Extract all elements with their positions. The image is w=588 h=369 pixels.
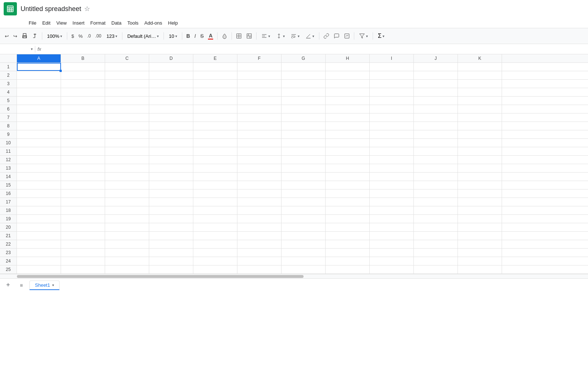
cell-H3[interactable] bbox=[326, 80, 370, 88]
cell-E21[interactable] bbox=[193, 232, 237, 240]
percent-button[interactable]: % bbox=[76, 32, 85, 40]
strikethrough-button[interactable]: S bbox=[198, 32, 205, 40]
cell-C18[interactable] bbox=[105, 206, 149, 214]
cell-K22[interactable] bbox=[458, 240, 502, 248]
cell-J5[interactable] bbox=[414, 97, 458, 105]
cell-J10[interactable] bbox=[414, 139, 458, 147]
cell-I14[interactable] bbox=[370, 173, 414, 181]
cell-B22[interactable] bbox=[61, 240, 105, 248]
cell-B2[interactable] bbox=[61, 71, 105, 79]
cell-F5[interactable] bbox=[237, 97, 282, 105]
cell-C23[interactable] bbox=[105, 249, 149, 257]
cell-K3[interactable] bbox=[458, 80, 502, 88]
cell-K25[interactable] bbox=[458, 265, 502, 274]
cell-H11[interactable] bbox=[326, 147, 370, 155]
cell-F14[interactable] bbox=[237, 173, 282, 181]
cell-C8[interactable] bbox=[105, 122, 149, 130]
document-title[interactable]: Untitled spreadsheet bbox=[21, 5, 81, 13]
cell-I15[interactable] bbox=[370, 181, 414, 189]
cell-B10[interactable] bbox=[61, 139, 105, 147]
cell-H10[interactable] bbox=[326, 139, 370, 147]
redo-button[interactable]: ↪ bbox=[11, 32, 19, 40]
cell-A9[interactable] bbox=[17, 130, 61, 138]
cell-J16[interactable] bbox=[414, 189, 458, 198]
cell-D22[interactable] bbox=[149, 240, 193, 248]
cell-G22[interactable] bbox=[282, 240, 326, 248]
cell-E4[interactable] bbox=[193, 88, 237, 96]
italic-button[interactable]: I bbox=[193, 32, 198, 40]
cell-D24[interactable] bbox=[149, 257, 193, 265]
cell-E3[interactable] bbox=[193, 80, 237, 88]
cell-G23[interactable] bbox=[282, 249, 326, 257]
cell-C4[interactable] bbox=[105, 88, 149, 96]
cell-C3[interactable] bbox=[105, 80, 149, 88]
cell-B14[interactable] bbox=[61, 173, 105, 181]
cell-K11[interactable] bbox=[458, 147, 502, 155]
cell-J15[interactable] bbox=[414, 181, 458, 189]
cell-G20[interactable] bbox=[282, 223, 326, 231]
cell-D5[interactable] bbox=[149, 97, 193, 105]
cell-E11[interactable] bbox=[193, 147, 237, 155]
cell-J7[interactable] bbox=[414, 113, 458, 122]
cell-B23[interactable] bbox=[61, 249, 105, 257]
row-number-6[interactable]: 6 bbox=[0, 105, 17, 113]
cell-F24[interactable] bbox=[237, 257, 282, 265]
merge-cells-button[interactable] bbox=[244, 32, 254, 40]
cell-C6[interactable] bbox=[105, 105, 149, 113]
cell-H21[interactable] bbox=[326, 232, 370, 240]
decimal-inc-button[interactable]: .00 bbox=[93, 32, 103, 40]
cell-A21[interactable] bbox=[17, 232, 61, 240]
cell-J3[interactable] bbox=[414, 80, 458, 88]
print-button[interactable] bbox=[20, 32, 29, 40]
cell-E16[interactable] bbox=[193, 189, 237, 198]
cell-D21[interactable] bbox=[149, 232, 193, 240]
menu-item-addons[interactable]: Add-ons bbox=[141, 19, 165, 27]
cell-H7[interactable] bbox=[326, 113, 370, 122]
cell-J6[interactable] bbox=[414, 105, 458, 113]
cell-A12[interactable] bbox=[17, 156, 61, 164]
cell-C21[interactable] bbox=[105, 232, 149, 240]
row-number-3[interactable]: 3 bbox=[0, 80, 17, 88]
cell-H8[interactable] bbox=[326, 122, 370, 130]
fill-handle[interactable] bbox=[60, 70, 62, 72]
cell-E20[interactable] bbox=[193, 223, 237, 231]
cell-B12[interactable] bbox=[61, 156, 105, 164]
row-number-24[interactable]: 24 bbox=[0, 257, 17, 265]
cell-G17[interactable] bbox=[282, 198, 326, 206]
borders-button[interactable] bbox=[234, 32, 244, 40]
cell-K6[interactable] bbox=[458, 105, 502, 113]
cell-F18[interactable] bbox=[237, 206, 282, 214]
cell-A10[interactable] bbox=[17, 139, 61, 147]
cell-I7[interactable] bbox=[370, 113, 414, 122]
row-number-5[interactable]: 5 bbox=[0, 97, 17, 105]
cell-A17[interactable] bbox=[17, 198, 61, 206]
cell-B16[interactable] bbox=[61, 189, 105, 198]
cell-H2[interactable] bbox=[326, 71, 370, 79]
cell-B24[interactable] bbox=[61, 257, 105, 265]
cell-J12[interactable] bbox=[414, 156, 458, 164]
cell-I17[interactable] bbox=[370, 198, 414, 206]
cell-H17[interactable] bbox=[326, 198, 370, 206]
cell-C10[interactable] bbox=[105, 139, 149, 147]
cell-G16[interactable] bbox=[282, 189, 326, 198]
hscroll-thumb[interactable] bbox=[17, 275, 304, 278]
cell-A19[interactable] bbox=[17, 215, 61, 223]
cell-E15[interactable] bbox=[193, 181, 237, 189]
currency-button[interactable]: $ bbox=[69, 32, 76, 40]
cell-J25[interactable] bbox=[414, 265, 458, 274]
cell-F6[interactable] bbox=[237, 105, 282, 113]
row-number-15[interactable]: 15 bbox=[0, 181, 17, 189]
cell-I19[interactable] bbox=[370, 215, 414, 223]
cell-C24[interactable] bbox=[105, 257, 149, 265]
cell-K14[interactable] bbox=[458, 173, 502, 181]
cell-H23[interactable] bbox=[326, 249, 370, 257]
cell-K21[interactable] bbox=[458, 232, 502, 240]
cell-C2[interactable] bbox=[105, 71, 149, 79]
cell-D15[interactable] bbox=[149, 181, 193, 189]
cell-G11[interactable] bbox=[282, 147, 326, 155]
cell-J14[interactable] bbox=[414, 173, 458, 181]
cell-E1[interactable] bbox=[193, 63, 237, 71]
cell-B25[interactable] bbox=[61, 265, 105, 274]
cell-G8[interactable] bbox=[282, 122, 326, 130]
cell-K23[interactable] bbox=[458, 249, 502, 257]
